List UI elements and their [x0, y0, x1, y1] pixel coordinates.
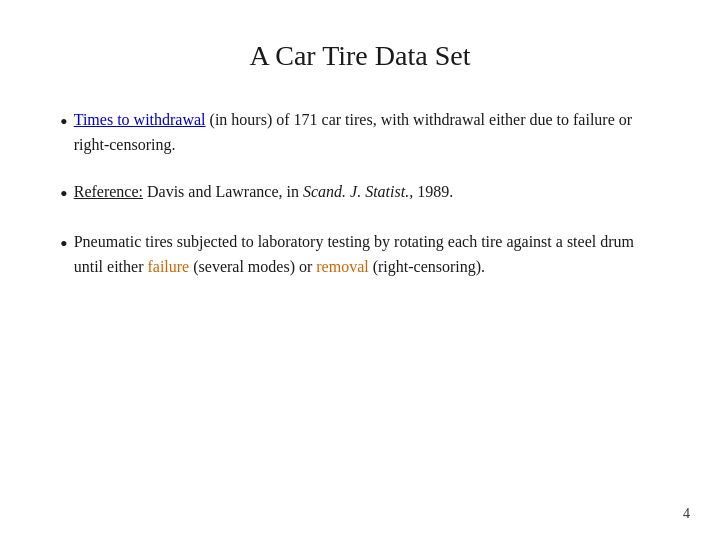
bullet-1-link: Times to withdrawal: [74, 111, 206, 128]
bullet-3-failure: failure: [147, 258, 189, 275]
bullet-1-text: Times to withdrawal (in hours) of 171 ca…: [74, 108, 660, 158]
bullet-1: • Times to withdrawal (in hours) of 171 …: [60, 108, 660, 158]
bullet-2-journal: Scand. J. Statist.,: [303, 183, 413, 200]
slide-title: A Car Tire Data Set: [60, 40, 660, 72]
bullet-3-line: • Pneumatic tires subjected to laborator…: [60, 230, 660, 280]
bullet-2-line: • Reference: Davis and Lawrance, in Scan…: [60, 180, 660, 209]
page-number: 4: [683, 506, 690, 522]
bullet-3-removal: removal: [316, 258, 368, 275]
bullet-3-mid: (several modes) or: [189, 258, 316, 275]
bullet-2-reference: Reference:: [74, 183, 143, 200]
bullet-3: • Pneumatic tires subjected to laborator…: [60, 230, 660, 280]
slide: A Car Tire Data Set • Times to withdrawa…: [0, 0, 720, 540]
bullet-1-dot: •: [60, 108, 68, 137]
bullet-2-authors: Davis and Lawrance, in: [143, 183, 303, 200]
bullet-2-text: Reference: Davis and Lawrance, in Scand.…: [74, 180, 660, 205]
bullet-1-line: • Times to withdrawal (in hours) of 171 …: [60, 108, 660, 158]
content-area: • Times to withdrawal (in hours) of 171 …: [60, 108, 660, 500]
bullet-2: • Reference: Davis and Lawrance, in Scan…: [60, 180, 660, 209]
bullet-3-end: (right-censoring).: [369, 258, 485, 275]
bullet-2-year: 1989.: [413, 183, 453, 200]
bullet-3-dot: •: [60, 230, 68, 259]
bullet-3-text: Pneumatic tires subjected to laboratory …: [74, 230, 660, 280]
bullet-2-dot: •: [60, 180, 68, 209]
